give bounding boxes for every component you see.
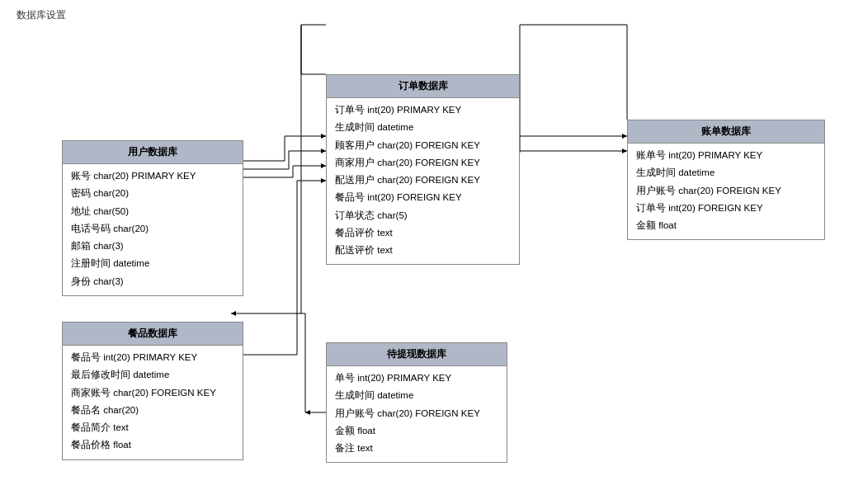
food-table: 餐品数据库 餐品号 int(20) PRIMARY KEY 最后修改时间 dat…: [62, 322, 243, 460]
table-row: 顾客用户 char(20) FOREIGN KEY: [335, 137, 511, 154]
table-row: 用户账号 char(20) FOREIGN KEY: [636, 182, 816, 200]
order-table-body: 订单号 int(20) PRIMARY KEY 生成时间 datetime 顾客…: [327, 98, 519, 264]
table-row: 商家用户 char(20) FOREIGN KEY: [335, 154, 511, 172]
table-row: 地址 char(50): [71, 203, 234, 220]
page-title: 数据库设置: [17, 8, 66, 22]
table-row: 用户账号 char(20) FOREIGN KEY: [335, 405, 498, 422]
user-table-body: 账号 char(20) PRIMARY KEY 密码 char(20) 地址 c…: [63, 164, 243, 295]
table-row: 餐品评价 text: [335, 224, 511, 242]
bill-table: 账单数据库 账单号 int(20) PRIMARY KEY 生成时间 datet…: [627, 120, 825, 240]
user-table: 用户数据库 账号 char(20) PRIMARY KEY 密码 char(20…: [62, 140, 243, 296]
table-row: 生成时间 datetime: [636, 164, 816, 181]
table-row: 订单号 int(20) FOREIGN KEY: [636, 200, 816, 217]
table-row: 餐品简介 text: [71, 419, 234, 436]
table-row: 订单号 int(20) PRIMARY KEY: [335, 101, 511, 119]
table-row: 电话号码 char(20): [71, 220, 234, 238]
table-row: 账号 char(20) PRIMARY KEY: [71, 167, 234, 185]
pending-table-header: 待提现数据库: [327, 343, 507, 366]
food-table-header: 餐品数据库: [63, 323, 243, 346]
table-row: 餐品号 int(20) FOREIGN KEY: [335, 189, 511, 206]
table-row: 邮箱 char(3): [71, 238, 234, 255]
table-row: 配送用户 char(20) FOREIGN KEY: [335, 172, 511, 189]
table-row: 餐品名 char(20): [71, 402, 234, 419]
table-row: 配送评价 text: [335, 242, 511, 259]
table-row: 注册时间 datetime: [71, 255, 234, 272]
table-row: 密码 char(20): [71, 185, 234, 202]
table-row: 金额 float: [636, 217, 816, 234]
table-row: 身份 char(3): [71, 273, 234, 290]
table-row: 餐品号 int(20) PRIMARY KEY: [71, 349, 234, 366]
table-row: 餐品价格 float: [71, 436, 234, 454]
table-row: 生成时间 datetime: [335, 119, 511, 136]
table-row: 单号 int(20) PRIMARY KEY: [335, 370, 498, 387]
table-row: 生成时间 datetime: [335, 387, 498, 404]
user-table-header: 用户数据库: [63, 141, 243, 164]
pending-table-body: 单号 int(20) PRIMARY KEY 生成时间 datetime 用户账…: [327, 366, 507, 462]
table-row: 金额 float: [335, 422, 498, 440]
table-row: 订单状态 char(5): [335, 207, 511, 224]
table-row: 备注 text: [335, 440, 498, 457]
food-table-body: 餐品号 int(20) PRIMARY KEY 最后修改时间 datetime …: [63, 346, 243, 459]
table-row: 最后修改时间 datetime: [71, 366, 234, 384]
table-row: 商家账号 char(20) FOREIGN KEY: [71, 384, 234, 402]
order-table: 订单数据库 订单号 int(20) PRIMARY KEY 生成时间 datet…: [326, 74, 520, 265]
order-table-header: 订单数据库: [327, 75, 519, 98]
pending-table: 待提现数据库 单号 int(20) PRIMARY KEY 生成时间 datet…: [326, 342, 507, 463]
table-row: 账单号 int(20) PRIMARY KEY: [636, 147, 816, 164]
bill-table-body: 账单号 int(20) PRIMARY KEY 生成时间 datetime 用户…: [628, 144, 824, 239]
bill-table-header: 账单数据库: [628, 120, 824, 144]
